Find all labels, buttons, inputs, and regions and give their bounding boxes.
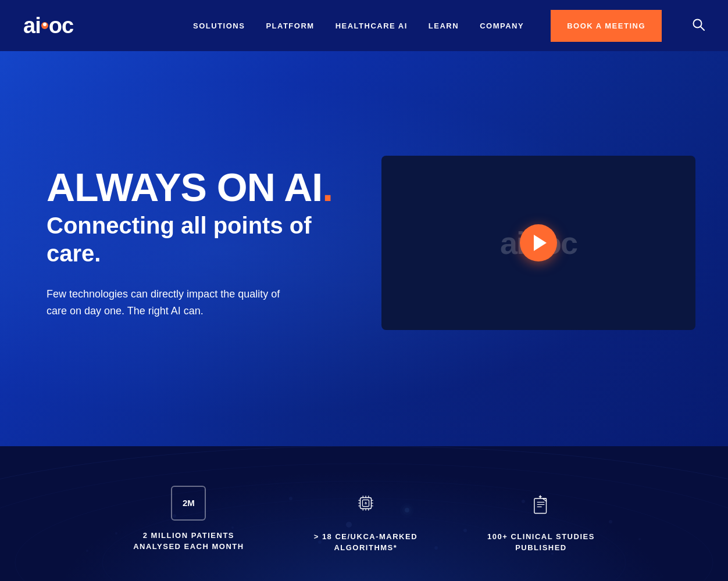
- search-icon[interactable]: [692, 18, 705, 34]
- studies-icon: [522, 485, 559, 522]
- video-play-button[interactable]: [520, 224, 557, 261]
- logo-dot-icon: [41, 22, 48, 29]
- svg-point-12: [115, 532, 117, 535]
- hero-title-dot: .: [322, 165, 333, 209]
- logo-letters-oc: oc: [49, 13, 73, 38]
- patients-icon: 2M: [171, 486, 206, 521]
- nav-platform[interactable]: PLATFORM: [266, 21, 314, 30]
- header: aioc SOLUTIONS PLATFORM HEALTHCARE AI LE…: [0, 0, 728, 51]
- algorithms-icon: a: [347, 485, 384, 522]
- logo-text: aioc: [23, 13, 73, 38]
- svg-point-15: [463, 529, 467, 532]
- svg-rect-39: [534, 498, 547, 513]
- hero-content: ALWAYS ON AI. Connecting all points of c…: [47, 167, 337, 320]
- nav-solutions[interactable]: SOLUTIONS: [193, 21, 245, 30]
- svg-line-1: [701, 26, 705, 30]
- studies-label: 100+ CLINICAL STUDIES PUBLISHED: [487, 531, 595, 554]
- nav-company[interactable]: COMPANY: [480, 21, 524, 30]
- video-thumbnail[interactable]: aioc: [381, 156, 695, 330]
- svg-point-8: [289, 497, 292, 500]
- stat-studies: 100+ CLINICAL STUDIES PUBLISHED: [487, 485, 595, 554]
- svg-point-17: [86, 550, 88, 552]
- patients-label: 2 MILLION PATIENTS ANALYSED EACH MONTH: [133, 530, 244, 553]
- document-icon: [530, 492, 552, 514]
- play-icon: [534, 235, 547, 251]
- book-meeting-button[interactable]: BOOK A MEETING: [551, 10, 662, 42]
- nav-healthcare-ai[interactable]: HEALTHCARE AI: [336, 21, 408, 30]
- main-nav: SOLUTIONS PLATFORM HEALTHCARE AI LEARN C…: [193, 10, 705, 42]
- patients-icon-label: 2M: [183, 498, 195, 508]
- svg-point-11: [609, 520, 612, 523]
- stats-section: 2M 2 MILLION PATIENTS ANALYSED EACH MONT…: [0, 446, 728, 581]
- hero-section: ALWAYS ON AI. Connecting all points of c…: [0, 51, 728, 446]
- hero-body-text: Few technologies can directly impact the…: [47, 286, 291, 320]
- nav-learn[interactable]: LEARN: [429, 21, 459, 30]
- logo[interactable]: aioc: [23, 13, 73, 38]
- stat-patients: 2M 2 MILLION PATIENTS ANALYSED EACH MONT…: [133, 486, 244, 553]
- hero-title: ALWAYS ON AI.: [47, 167, 337, 208]
- hero-subtitle: Connecting all points of care.: [47, 211, 337, 267]
- svg-text:a: a: [365, 501, 367, 505]
- hero-video-area: aioc: [337, 156, 705, 330]
- svg-point-20: [434, 546, 438, 550]
- stat-algorithms: a > 18 CE/UKCA-MARKED ALGORITHMS*: [314, 485, 417, 554]
- algorithms-label: > 18 CE/UKCA-MARKED ALGORITHMS*: [314, 531, 417, 554]
- svg-point-16: [638, 538, 641, 540]
- chip-icon: a: [355, 492, 377, 514]
- logo-letters-ai: ai: [23, 13, 41, 38]
